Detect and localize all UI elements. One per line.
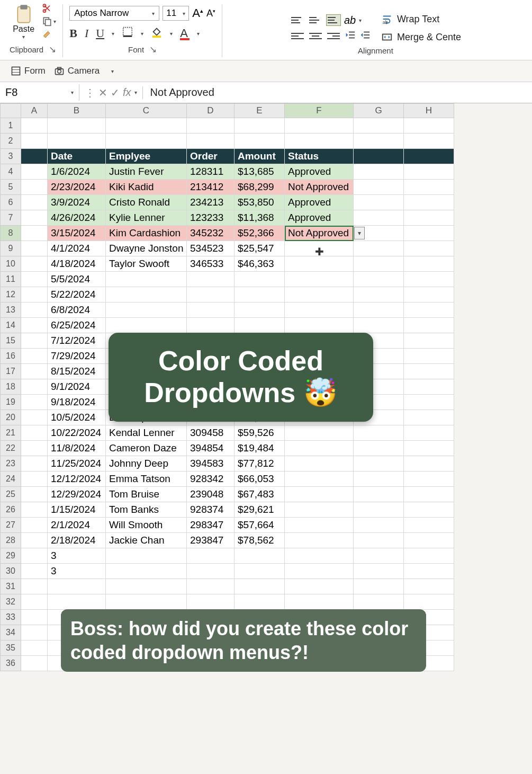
cell-B25[interactable]: 12/29/2024 xyxy=(48,487,106,502)
cell-B18[interactable]: 9/1/2024 xyxy=(48,379,106,395)
cell-A15[interactable] xyxy=(21,333,48,349)
cell-H30[interactable] xyxy=(404,564,454,579)
cell-E31[interactable] xyxy=(235,579,285,594)
cell-B20[interactable]: 10/5/2024 xyxy=(48,410,106,425)
cell-F7[interactable]: Approved xyxy=(285,210,354,226)
cell-D29[interactable] xyxy=(187,548,235,564)
cell-C7[interactable]: Kylie Lenner xyxy=(106,210,187,226)
row-header-3[interactable]: 3 xyxy=(0,149,21,164)
row-header-28[interactable]: 28 xyxy=(0,533,21,548)
cell-C8[interactable]: Kim Cardashion xyxy=(106,226,187,241)
cell-A2[interactable] xyxy=(21,134,48,149)
cell-H10[interactable] xyxy=(404,256,454,272)
cell-F30[interactable] xyxy=(285,564,354,579)
cell-C31[interactable] xyxy=(106,579,187,594)
cell-D6[interactable]: 234213 xyxy=(187,195,235,210)
cell-E28[interactable]: $78,562 xyxy=(235,533,285,548)
cell-H19[interactable] xyxy=(404,395,454,410)
cell-D12[interactable] xyxy=(187,287,235,303)
cell-F8[interactable]: Not Approved xyxy=(285,226,354,241)
row-header-22[interactable]: 22 xyxy=(0,441,21,456)
cell-D10[interactable]: 346533 xyxy=(187,256,235,272)
cell-E5[interactable]: $68,299 xyxy=(235,180,285,195)
cell-H14[interactable] xyxy=(404,318,454,333)
cell-G24[interactable] xyxy=(354,471,404,487)
row-header-16[interactable]: 16 xyxy=(0,349,21,364)
increase-font-button[interactable]: A▴ xyxy=(192,6,203,20)
cell-E30[interactable] xyxy=(235,564,285,579)
row-header-23[interactable]: 23 xyxy=(0,456,21,471)
cell-B21[interactable]: 10/22/2024 xyxy=(48,425,106,441)
cell-B1[interactable] xyxy=(48,118,106,134)
column-header-A[interactable]: A xyxy=(21,103,48,118)
cell-D14[interactable] xyxy=(187,318,235,333)
align-center-button[interactable] xyxy=(308,30,323,42)
cell-F27[interactable] xyxy=(285,518,354,533)
cell-B32[interactable] xyxy=(48,594,106,610)
font-size-dropdown[interactable]: 11 ▾ xyxy=(163,6,189,21)
row-header-14[interactable]: 14 xyxy=(0,318,21,333)
cell-C1[interactable] xyxy=(106,118,187,134)
cell-E29[interactable] xyxy=(235,548,285,564)
row-header-30[interactable]: 30 xyxy=(0,564,21,579)
cell-C10[interactable]: Taylor Swooft xyxy=(106,256,187,272)
row-header-9[interactable]: 9 xyxy=(0,241,21,256)
cell-E10[interactable]: $46,363 xyxy=(235,256,285,272)
cell-H12[interactable] xyxy=(404,287,454,303)
fx-button[interactable]: fx xyxy=(123,86,131,99)
cell-A13[interactable] xyxy=(21,303,48,318)
cell-H27[interactable] xyxy=(404,518,454,533)
align-bottom-button[interactable] xyxy=(326,14,341,26)
cell-A25[interactable] xyxy=(21,487,48,502)
cell-G4[interactable] xyxy=(354,164,404,180)
cell-H13[interactable] xyxy=(404,303,454,318)
cell-D31[interactable] xyxy=(187,579,235,594)
cell-D28[interactable]: 293847 xyxy=(187,533,235,548)
cell-H26[interactable] xyxy=(404,502,454,518)
cell-F12[interactable] xyxy=(285,287,354,303)
row-header-19[interactable]: 19 xyxy=(0,395,21,410)
cell-E3[interactable]: Amount xyxy=(235,149,285,164)
cell-G29[interactable] xyxy=(354,548,404,564)
row-header-36[interactable]: 36 xyxy=(0,656,21,671)
cell-B26[interactable]: 1/15/2024 xyxy=(48,502,106,518)
cell-E32[interactable] xyxy=(235,594,285,610)
row-header-26[interactable]: 26 xyxy=(0,502,21,518)
cell-H16[interactable] xyxy=(404,349,454,364)
column-header-D[interactable]: D xyxy=(187,103,235,118)
cell-B31[interactable] xyxy=(48,579,106,594)
row-header-35[interactable]: 35 xyxy=(0,640,21,656)
decrease-font-button[interactable]: A▾ xyxy=(206,8,215,19)
cell-B7[interactable]: 4/26/2024 xyxy=(48,210,106,226)
cell-A11[interactable] xyxy=(21,272,48,287)
cell-H7[interactable] xyxy=(404,210,454,226)
cell-G5[interactable] xyxy=(354,180,404,195)
row-header-1[interactable]: 1 xyxy=(0,118,21,134)
cell-H21[interactable] xyxy=(404,425,454,441)
cell-F11[interactable] xyxy=(285,272,354,287)
cell-H29[interactable] xyxy=(404,548,454,564)
cell-G28[interactable] xyxy=(354,533,404,548)
font-name-dropdown[interactable]: Aptos Narrow ▾ xyxy=(69,6,159,21)
cell-G32[interactable] xyxy=(354,594,404,610)
cell-B6[interactable]: 3/9/2024 xyxy=(48,195,106,210)
cell-E21[interactable]: $59,526 xyxy=(235,425,285,441)
cell-G6[interactable] xyxy=(354,195,404,210)
cell-A27[interactable] xyxy=(21,518,48,533)
cell-F26[interactable] xyxy=(285,502,354,518)
cell-F25[interactable] xyxy=(285,487,354,502)
cell-D25[interactable]: 239048 xyxy=(187,487,235,502)
cell-D32[interactable] xyxy=(187,594,235,610)
cell-F22[interactable] xyxy=(285,441,354,456)
cell-E13[interactable] xyxy=(235,303,285,318)
decrease-indent-button[interactable] xyxy=(344,30,356,42)
increase-indent-button[interactable] xyxy=(359,30,371,42)
cell-A12[interactable] xyxy=(21,287,48,303)
cell-B16[interactable]: 7/29/2024 xyxy=(48,349,106,364)
cell-A36[interactable] xyxy=(21,656,48,671)
row-header-29[interactable]: 29 xyxy=(0,548,21,564)
cell-D7[interactable]: 123233 xyxy=(187,210,235,226)
cell-G7[interactable] xyxy=(354,210,404,226)
fill-color-button[interactable] xyxy=(151,26,163,41)
cell-H20[interactable] xyxy=(404,410,454,425)
